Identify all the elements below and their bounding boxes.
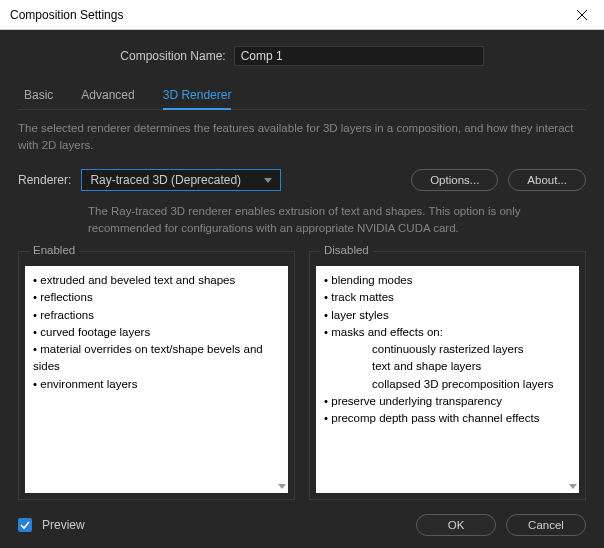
tab-basic[interactable]: Basic: [24, 82, 53, 109]
dialog-footer: Preview OK Cancel: [18, 514, 586, 536]
renderer-row: Renderer: Ray-traced 3D (Deprecated) Opt…: [18, 169, 586, 191]
tab-advanced[interactable]: Advanced: [81, 82, 134, 109]
list-item: track mattes: [324, 289, 571, 306]
chevron-down-icon: [278, 484, 286, 489]
disabled-listbox[interactable]: blending modes track mattes layer styles…: [316, 266, 579, 493]
preview-label: Preview: [42, 518, 85, 532]
renderer-label: Renderer:: [18, 173, 71, 187]
renderer-select[interactable]: Ray-traced 3D (Deprecated): [81, 169, 281, 191]
tab-description: The selected renderer determines the fea…: [18, 120, 586, 155]
disabled-panel: Disabled blending modes track mattes lay…: [309, 251, 586, 500]
list-item: preserve underlying transparency: [324, 393, 571, 410]
tabs: Basic Advanced 3D Renderer: [18, 82, 586, 110]
enabled-panel: Enabled extruded and beveled text and sh…: [18, 251, 295, 500]
enabled-listbox[interactable]: extruded and beveled text and shapes ref…: [25, 266, 288, 493]
comp-name-row: Composition Name:: [18, 46, 586, 66]
comp-name-label: Composition Name:: [120, 49, 225, 63]
options-button[interactable]: Options...: [411, 169, 498, 191]
about-button[interactable]: About...: [508, 169, 586, 191]
cancel-button[interactable]: Cancel: [506, 514, 586, 536]
feature-panels: Enabled extruded and beveled text and sh…: [18, 251, 586, 500]
list-item: masks and effects on:: [324, 324, 571, 341]
list-item: layer styles: [324, 307, 571, 324]
list-item: environment layers: [33, 376, 280, 393]
list-item: material overrides on text/shape bevels …: [33, 341, 280, 376]
comp-name-input[interactable]: [234, 46, 484, 66]
dialog-body: Composition Name: Basic Advanced 3D Rend…: [0, 30, 604, 548]
list-subitem: continuously rasterized layers: [324, 341, 571, 358]
preview-checkbox[interactable]: [18, 518, 32, 532]
close-icon: [577, 10, 587, 20]
list-item: extruded and beveled text and shapes: [33, 272, 280, 289]
ok-button[interactable]: OK: [416, 514, 496, 536]
chevron-down-icon: [569, 484, 577, 489]
list-subitem: text and shape layers: [324, 358, 571, 375]
list-item: blending modes: [324, 272, 571, 289]
composition-settings-dialog: Composition Settings Composition Name: B…: [0, 0, 604, 548]
renderer-select-value: Ray-traced 3D (Deprecated): [90, 173, 241, 187]
list-item: refractions: [33, 307, 280, 324]
close-button[interactable]: [560, 0, 604, 30]
enabled-title: Enabled: [29, 244, 79, 256]
titlebar: Composition Settings: [0, 0, 604, 30]
list-item: curved footage layers: [33, 324, 280, 341]
titlebar-text: Composition Settings: [10, 8, 123, 22]
list-item: precomp depth pass with channel effects: [324, 410, 571, 427]
check-icon: [20, 520, 30, 530]
list-subitem: collapsed 3D precomposition layers: [324, 376, 571, 393]
renderer-description: The Ray-traced 3D renderer enables extru…: [88, 203, 528, 238]
disabled-title: Disabled: [320, 244, 373, 256]
tab-3d-renderer[interactable]: 3D Renderer: [163, 82, 232, 110]
list-item: reflections: [33, 289, 280, 306]
